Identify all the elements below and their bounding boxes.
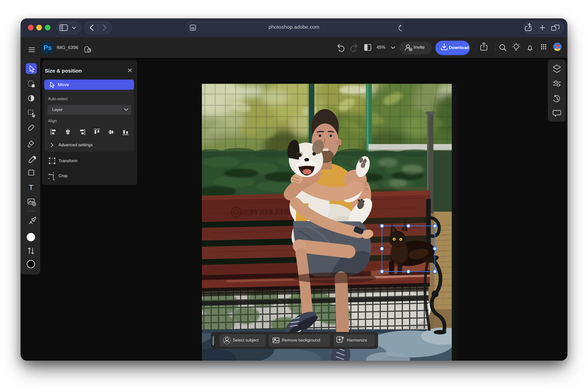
svg-text:T: T (29, 183, 33, 191)
